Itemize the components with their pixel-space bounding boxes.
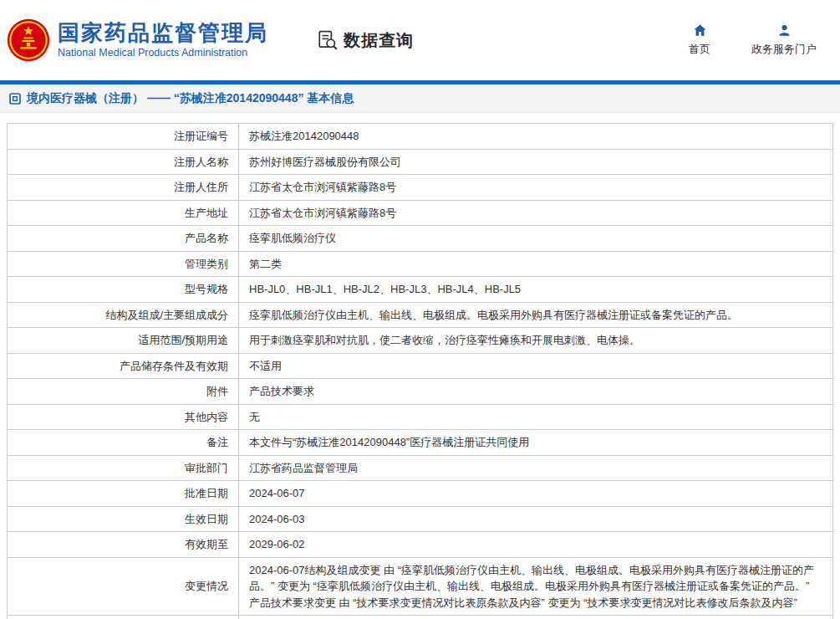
table-row: 审批部门 江苏省药品监督管理局 xyxy=(8,456,832,482)
home-icon xyxy=(693,23,707,38)
row-value: 用于刺激痉挛肌和对抗肌，使二者收缩，治疗痉挛性瘫痪和开展电刺激、电体操。 xyxy=(239,328,832,353)
breadcrumb: 境内医疗器械（注册） —— “苏械注准20142090448” 基本信息 xyxy=(0,84,840,113)
registration-table: 注册证编号 苏械注准20142090448 注册人名称 苏州好博医疗器械股份有限… xyxy=(7,123,833,619)
row-value: 江苏省太仓市浏河镇紫藤路8号 xyxy=(239,201,832,226)
row-value: 江苏省药品监督管理局 xyxy=(239,456,832,481)
row-value-text: 用于刺激痉挛肌和对抗肌，使二者收缩，治疗痉挛性瘫痪和开展电刺激、电体操。 xyxy=(249,332,640,349)
row-value: 2024-06-07 xyxy=(239,481,832,506)
table-row: 有效期至 2029-06-02 xyxy=(8,532,832,558)
national-emblem-logo xyxy=(7,18,50,62)
main-content: 注册证编号 苏械注准20142090448 注册人名称 苏州好博医疗器械股份有限… xyxy=(0,113,840,619)
brand-text: 国家药品监督管理局 National Medical Products Admi… xyxy=(58,21,268,59)
top-nav: 首页 政务服务门户 xyxy=(683,23,828,57)
table-row: 附件 产品技术要求 xyxy=(8,379,832,405)
table-row: 注册证编号 苏械注准20142090448 xyxy=(8,124,832,150)
row-value: 江苏省太仓市浏河镇紫藤路8号 xyxy=(239,175,832,200)
row-value-text: 苏械注准20142090448 xyxy=(249,128,359,145)
row-value: 第二类 xyxy=(239,252,832,277)
row-value-text: 江苏省太仓市浏河镇紫藤路8号 xyxy=(249,179,396,196)
row-label: 注册人名称 xyxy=(8,150,239,175)
row-value-text: 不适用 xyxy=(249,358,282,375)
data-query-label: 数据查询 xyxy=(344,29,414,52)
table-row: 备注 本文件与“苏械注准20142090448”医疗器械注册证共同使用 xyxy=(8,430,832,456)
row-label: 其他内容 xyxy=(8,405,239,430)
row-value: 2024-06-03 xyxy=(239,507,832,532)
row-label: 管理类别 xyxy=(8,252,239,277)
row-value: 2024-06-07结构及组成变更 由 “痉挛肌低频治疗仪由主机、输出线、电极组… xyxy=(239,558,832,616)
row-label: 结构及组成/主要组成成分 xyxy=(8,303,239,328)
row-value-text: 2024-06-03 xyxy=(249,511,305,528)
table-row: 型号规格 HB-JL0、HB-JL1、HB-JL2、HB-JL3、HB-JL4、… xyxy=(8,277,832,303)
table-row: 变更情况 2024-06-07结构及组成变更 由 “痉挛肌低频治疗仪由主机、输出… xyxy=(8,558,832,616)
row-label: 有效期至 xyxy=(8,532,239,557)
row-value: 本文件与“苏械注准20142090448”医疗器械注册证共同使用 xyxy=(239,430,832,455)
row-value: 无 xyxy=(239,405,832,430)
row-label: 适用范围/预期用途 xyxy=(8,328,239,353)
row-label: 变更情况 xyxy=(8,558,239,616)
table-row: 结构及组成/主要组成成分 痉挛肌低频治疗仪由主机、输出线、电极组成。电极采用外购… xyxy=(8,303,832,329)
row-value: 苏械注准20142090448 xyxy=(239,124,832,149)
data-query-section-title[interactable]: 数据查询 xyxy=(317,29,414,52)
row-value: 2029-06-02 xyxy=(239,532,832,557)
brand: 国家药品监督管理局 National Medical Products Admi… xyxy=(7,18,268,62)
row-value: 详情 xyxy=(239,616,832,619)
table-row: 批准日期 2024-06-07 xyxy=(8,481,832,507)
table-row: 管理类别 第二类 xyxy=(8,252,832,278)
table-row: 生产地址 江苏省太仓市浏河镇紫藤路8号 xyxy=(8,201,832,227)
row-value-text: 2024-06-07结构及组成变更 由 “痉挛肌低频治疗仪由主机、输出线、电极组… xyxy=(249,562,822,611)
table-row: 产品名称 痉挛肌低频治疗仪 xyxy=(8,226,832,252)
row-label: 生效日期 xyxy=(8,507,239,532)
org-name-en: National Medical Products Administration xyxy=(58,48,268,59)
person-icon xyxy=(777,23,792,38)
row-label: 产品储存条件及有效期 xyxy=(8,354,239,379)
table-row: ◉ 注 详情 xyxy=(8,616,832,619)
table-row: 产品储存条件及有效期 不适用 xyxy=(8,354,832,380)
table-row: 注册人名称 苏州好博医疗器械股份有限公司 xyxy=(8,150,832,176)
row-label: 备注 xyxy=(8,430,239,455)
nav-home-label: 首页 xyxy=(689,42,710,57)
row-value: 痉挛肌低频治疗仪由主机、输出线、电极组成。电极采用外购具有医疗器械注册证或备案凭… xyxy=(239,303,832,328)
row-value: 产品技术要求 xyxy=(239,379,832,404)
row-value: HB-JL0、HB-JL1、HB-JL2、HB-JL3、HB-JL4、HB-JL… xyxy=(239,277,832,302)
nav-service-portal[interactable]: 政务服务门户 xyxy=(751,23,817,57)
row-value-text: 2024-06-07 xyxy=(249,485,305,502)
row-label: 批准日期 xyxy=(8,481,239,506)
row-value-text: 苏州好博医疗器械股份有限公司 xyxy=(249,154,401,171)
row-value: 痉挛肌低频治疗仪 xyxy=(239,226,832,251)
table-row: 生效日期 2024-06-03 xyxy=(8,507,832,533)
page-header: 国家药品监督管理局 National Medical Products Admi… xyxy=(0,0,840,80)
row-label: 注册人住所 xyxy=(8,175,239,200)
row-value-text: 无 xyxy=(249,409,260,426)
row-label: 型号规格 xyxy=(8,277,239,302)
document-magnifier-icon xyxy=(317,29,339,51)
row-value: 不适用 xyxy=(239,354,832,379)
row-label: 审批部门 xyxy=(8,456,239,481)
table-row: 适用范围/预期用途 用于刺激痉挛肌和对抗肌，使二者收缩，治疗痉挛性瘫痪和开展电刺… xyxy=(8,328,832,354)
row-value-text: 痉挛肌低频治疗仪由主机、输出线、电极组成。电极采用外购具有医疗器械注册证或备案凭… xyxy=(249,307,738,324)
row-value-text: 第二类 xyxy=(249,256,282,273)
nav-service-portal-label: 政务服务门户 xyxy=(751,42,817,57)
breadcrumb-text: 境内医疗器械（注册） —— “苏械注准20142090448” 基本信息 xyxy=(27,91,354,106)
return-square-icon xyxy=(9,93,21,105)
row-value-text: HB-JL0、HB-JL1、HB-JL2、HB-JL3、HB-JL4、HB-JL… xyxy=(249,281,521,298)
nav-home[interactable]: 首页 xyxy=(683,23,716,57)
row-label: 生产地址 xyxy=(8,201,239,226)
row-value-text: 产品技术要求 xyxy=(249,383,314,400)
row-value: 苏州好博医疗器械股份有限公司 xyxy=(239,150,832,175)
row-label: 附件 xyxy=(8,379,239,404)
row-value-text: 2029-06-02 xyxy=(249,536,305,553)
row-label: ◉ 注 xyxy=(8,616,239,619)
row-value-text: 江苏省药品监督管理局 xyxy=(249,460,358,477)
row-label: 产品名称 xyxy=(8,226,239,251)
row-value-text: 痉挛肌低频治疗仪 xyxy=(249,230,336,247)
org-name-cn: 国家药品监督管理局 xyxy=(58,21,268,45)
table-row: 其他内容 无 xyxy=(8,405,832,431)
table-row: 注册人住所 江苏省太仓市浏河镇紫藤路8号 xyxy=(8,175,832,201)
row-value-text: 江苏省太仓市浏河镇紫藤路8号 xyxy=(249,205,396,222)
row-value-text: 本文件与“苏械注准20142090448”医疗器械注册证共同使用 xyxy=(249,434,529,451)
row-label: 注册证编号 xyxy=(8,124,239,149)
